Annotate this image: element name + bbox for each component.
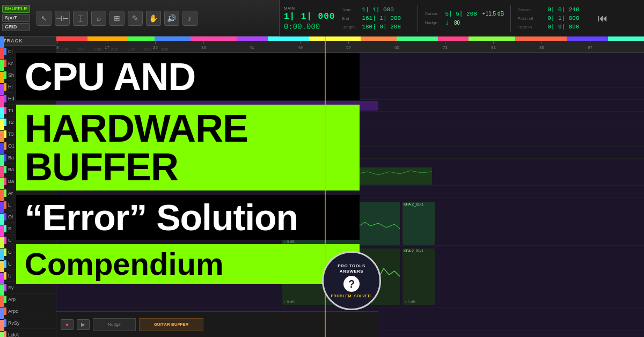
line3-block: “Error” Solution	[16, 195, 360, 240]
headline-line1: CPU and	[25, 55, 195, 98]
clip-label-kpa2b: KPA 2_01-1	[402, 248, 435, 253]
strip-11	[438, 36, 469, 41]
line4-block: Compendium	[16, 244, 360, 284]
badge-bottom-text: PROBLEM. SOLVED.	[331, 294, 372, 298]
badge-top-text: PRO TOOLS ANSWERS	[338, 263, 365, 274]
bpm-value: 80	[454, 20, 460, 26]
strip-14	[567, 36, 608, 41]
ruler-label-73: 73	[443, 45, 448, 50]
ruler-label-65: 65	[394, 45, 399, 50]
divider	[418, 5, 418, 32]
main-overlay: CPU and Hardware Buffer “Error” Solution…	[0, 0, 376, 337]
headline-line4: Compendium	[25, 246, 224, 281]
ruler-label-89: 89	[539, 45, 544, 50]
pre-roll-row: Pre-roll 0| 0| 240	[517, 6, 587, 13]
nudge-value: ♩	[445, 19, 449, 26]
line2-block: Hardware Buffer	[16, 105, 360, 191]
badge-question-icon: ?	[343, 276, 360, 292]
nudge-section: Cursor 5| 5| 208 +11.5 dB Nudge ♩ 80	[425, 11, 504, 26]
ruler-label-81: 81	[491, 45, 496, 50]
cursor-row: Cursor 5| 5| 208 +11.5 dB	[425, 11, 504, 17]
nudge-row: Nudge ♩ 80	[425, 19, 504, 26]
post-roll-row: Post-roll 0| 1| 000	[517, 15, 587, 21]
strip-13	[515, 36, 567, 41]
pro-tools-badge: PRO TOOLS ANSWERS ? PROBLEM. SOLVED.	[322, 251, 381, 310]
db-display: +11.5 dB	[482, 11, 504, 17]
fade-in-label: Fade-in	[517, 25, 544, 30]
clip-label-kpa2: KPA 2_01-1	[402, 202, 435, 207]
line1-block: CPU and	[16, 53, 360, 100]
post-roll-label: Post-roll	[517, 16, 544, 21]
clip-kpa2-01-1[interactable]: KPA 2_01-1	[402, 202, 435, 245]
strip-12	[469, 36, 515, 41]
cursor-value: 5| 5| 208	[445, 11, 477, 17]
headline-line2: Hardware Buffer	[25, 107, 248, 188]
nudge-label: Nudge	[425, 20, 442, 25]
pre-post-roll-section: Pre-roll 0| 0| 240 Post-roll 0| 1| 000 F…	[517, 6, 587, 30]
headline-line3: “Error” Solution	[25, 197, 298, 238]
fade-in-row: Fade-in 0| 0| 000	[517, 24, 587, 30]
0db-right: ↑ 0 dB	[405, 300, 415, 304]
pre-roll-value: 0| 0| 240	[547, 6, 579, 13]
pre-roll-label: Pre-roll	[517, 8, 544, 12]
strip-10	[397, 36, 438, 41]
clip-kpa2-01-1b[interactable]: KPA 2_01-1 ↑ 0 dB	[402, 248, 435, 305]
post-roll-value: 0| 1| 000	[547, 15, 579, 21]
ruler-label-97: 97	[588, 45, 592, 50]
cursor-label: Cursor	[425, 11, 442, 16]
strip-15	[608, 36, 644, 41]
divider2	[510, 5, 511, 32]
fade-in-value: 0| 0| 000	[547, 24, 579, 30]
rewind-to-start-icon[interactable]: ⏮	[598, 13, 608, 24]
